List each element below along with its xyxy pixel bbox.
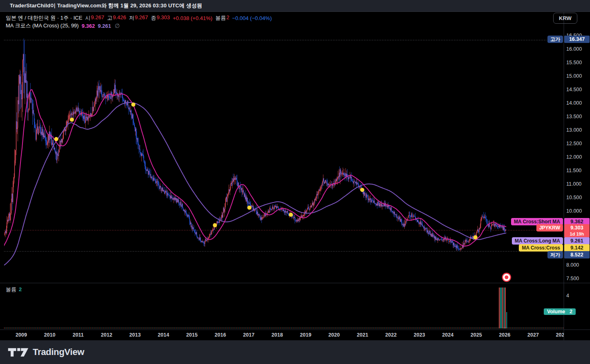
year-tick-2019: 2019 (294, 332, 317, 338)
price-tick: 14.000 (566, 100, 582, 106)
indicator-short-ma-value: 9.362 (81, 23, 95, 29)
price-tick: 15.500 (566, 60, 582, 65)
ma-cross-markers (54, 103, 477, 240)
volume-bars (499, 288, 507, 328)
symbol-legend-row: 일본 엔 / 대한민국 원 · 1주 · ICE 시9.267 고9.426 저… (6, 15, 272, 21)
year-tick-2022: 2022 (380, 332, 403, 338)
year-tick-2014: 2014 (152, 332, 175, 338)
year-tick-2026: 2026 (493, 332, 516, 338)
price-tick: 12.000 (566, 154, 582, 160)
candlestick-series (5, 38, 506, 251)
price-tick: 13.500 (566, 114, 582, 119)
price-label-value-last: 9.3031d 19h (564, 224, 590, 238)
countdown-timer: 1d 19h (564, 231, 590, 237)
price-tick: 13.000 (566, 127, 582, 133)
volume-change-value: −0.004 (−0.04%) (232, 15, 272, 21)
tradingview-logo-icon[interactable] (7, 347, 29, 357)
time-axis[interactable]: 2009201020112012201320142015201620172018… (0, 330, 564, 340)
volume-pane-title: 볼륨 (6, 286, 16, 292)
close-value: 종9.303 (151, 14, 170, 22)
year-tick-2018: 2018 (266, 332, 289, 338)
record-replay-icon[interactable] (502, 273, 511, 281)
ma-cross-marker (247, 206, 251, 210)
price-tick: 10.000 (566, 208, 582, 214)
indicator-title: MA 크로스 (MA Cross) (25, 99) (6, 22, 79, 29)
ma-cross-marker (213, 223, 217, 227)
price-label-value-cross: 9.142 (564, 244, 590, 252)
year-tick-2010: 2010 (38, 332, 61, 338)
price-tick: 12.500 (566, 141, 582, 146)
volume-chip-label: Volume (544, 308, 568, 315)
price-tick: 16.000 (566, 46, 582, 52)
year-tick-2011: 2011 (67, 332, 90, 338)
chart-canvas[interactable] (0, 12, 590, 340)
change-value: +0.038 (+0.41%) (173, 15, 212, 21)
price-tick: 11.000 (566, 181, 581, 187)
volume-pane-legend: 볼륨2 (6, 286, 22, 293)
open-value: 시9.267 (85, 14, 104, 22)
year-tick-2017: 2017 (237, 332, 260, 338)
year-tick-2012: 2012 (95, 332, 118, 338)
price-label-tag-cross: MA Cross:Cross (519, 244, 563, 252)
indicator-disabled-icon[interactable]: ∅ (115, 22, 120, 29)
year-tick-2013: 2013 (124, 332, 146, 338)
attribution-text: TraderStarChild이 TradingView.com와 함께 1월 … (10, 2, 202, 9)
price-tick: 8.000 (566, 262, 579, 268)
low-value: 저9.267 (129, 14, 148, 22)
price-tick: 15.000 (566, 73, 582, 79)
chart-region: 일본 엔 / 대한민국 원 · 1주 · ICE 시9.267 고9.426 저… (0, 12, 590, 340)
year-tick-2028: 2028 (550, 332, 564, 338)
symbol-title: 일본 엔 / 대한민국 원 · 1주 · ICE (6, 14, 82, 22)
price-tick: 10.500 (566, 195, 582, 200)
price-label-tag-long_ma: MA Cross:Long MA (512, 237, 563, 245)
footer-bar: TradingView (0, 340, 590, 364)
volume-chip-value: 2 (566, 308, 576, 315)
ma-cross-marker (289, 213, 293, 217)
price-label-tag-high: 고가 (547, 36, 563, 43)
ma-cross-marker (131, 103, 135, 107)
ma-cross-marker (54, 137, 58, 141)
volume-axis-tick: 4 (566, 293, 569, 299)
price-tick: 7.500 (566, 276, 579, 281)
tradingview-logo-text[interactable]: TradingView (33, 347, 84, 357)
long-ma-line (4, 103, 506, 265)
ma-cross-marker (473, 235, 477, 239)
year-tick-2015: 2015 (180, 332, 203, 338)
price-label-tag-low: 저가 (547, 251, 563, 258)
price-tick: 11.500 (566, 168, 581, 173)
year-tick-2024: 2024 (437, 332, 459, 338)
price-tick: 14.500 (566, 87, 582, 92)
ma-cross-marker (70, 118, 74, 122)
tradingview-snapshot: TraderStarChild이 TradingView.com와 함께 1월 … (0, 0, 590, 364)
ma-cross-marker (360, 188, 364, 192)
indicator-legend-row: MA 크로스 (MA Cross) (25, 99) 9.362 9.261 ∅ (6, 22, 272, 29)
attribution-bar: TraderStarChild이 TradingView.com와 함께 1월 … (0, 0, 590, 12)
price-label-value-high: 16.347 (564, 36, 590, 43)
price-label-tag-last: JPYKRW (536, 224, 563, 231)
year-tick-2009: 2009 (10, 332, 33, 338)
price-label-value-long_ma: 9.261 (564, 237, 590, 245)
indicator-long-ma-value: 9.261 (98, 23, 111, 29)
chart-legend: 일본 엔 / 대한민국 원 · 1주 · ICE 시9.267 고9.426 저… (6, 15, 272, 30)
high-value: 고9.426 (107, 14, 126, 22)
year-tick-2021: 2021 (351, 332, 374, 338)
year-tick-2020: 2020 (323, 332, 346, 338)
year-tick-2027: 2027 (522, 332, 545, 338)
price-label-value-low: 8.522 (564, 251, 590, 258)
volume-value: 볼륨2 (215, 14, 229, 22)
volume-pane-ma-value: 2 (19, 286, 22, 292)
year-tick-2023: 2023 (408, 332, 431, 338)
currency-unit-button[interactable]: KRW (553, 13, 577, 24)
year-tick-2025: 2025 (465, 332, 488, 338)
year-tick-2016: 2016 (209, 332, 232, 338)
